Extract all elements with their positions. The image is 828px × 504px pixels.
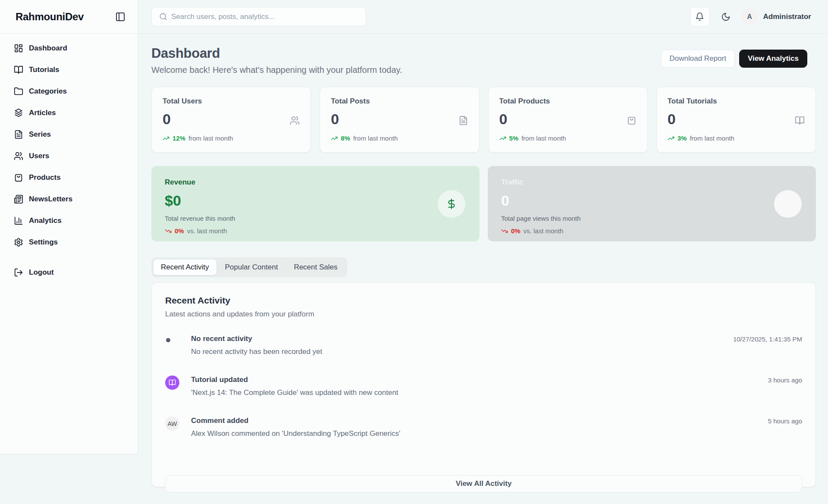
panel-left-icon <box>115 12 125 22</box>
sidebar-item-users[interactable]: Users <box>6 145 132 167</box>
stat-value: 0 <box>668 111 805 128</box>
book-open-icon <box>795 116 805 125</box>
page-head-actions: Download Report View Analytics <box>661 50 807 68</box>
stats-row: Total Users 0 12% from last month Total … <box>151 87 816 153</box>
trending-up-icon <box>668 135 674 142</box>
stat-card-total-products: Total Products 0 5% from last month <box>488 87 648 153</box>
download-report-button[interactable]: Download Report <box>661 50 735 68</box>
tab-recent-activity[interactable]: Recent Activity <box>154 260 216 275</box>
stat-value: 0 <box>331 111 468 128</box>
user-name: Administrator <box>763 13 811 21</box>
sidebar-item-series[interactable]: Series <box>6 124 132 145</box>
activity-item-description: Alex Wilson commented on 'Understanding … <box>191 429 759 438</box>
sidebar-item-label: Analytics <box>29 216 62 225</box>
traffic-description: Total page views this month <box>501 215 803 222</box>
sidebar-nav: Dashboard Tutorials Categories Articles … <box>0 34 138 283</box>
layers-icon <box>14 108 23 118</box>
stat-label: Total Tutorials <box>668 97 805 106</box>
book-open-icon <box>169 379 176 386</box>
revenue-label: Revenue <box>165 178 466 187</box>
brand-logo: RahmouniDev <box>16 11 84 23</box>
sidebar-item-label: Tutorials <box>29 66 60 74</box>
stat-change: 3% from last month <box>668 135 805 142</box>
stat-change-suffix: from last month <box>188 135 233 142</box>
activity-item-title: No recent activity <box>191 335 724 343</box>
main-column: A Administrator Dashboard Welcome back! … <box>138 0 828 504</box>
folder-icon <box>14 87 23 96</box>
revenue-icon-circle <box>438 190 465 218</box>
sidebar-item-settings[interactable]: Settings <box>6 232 132 253</box>
trending-down-icon <box>165 228 172 235</box>
traffic-value: 0 <box>501 192 803 209</box>
revenue-card: Revenue $0 Total revenue this month 0% v… <box>151 166 480 241</box>
file-text-icon <box>458 116 468 125</box>
traffic-icon-circle <box>774 190 802 218</box>
search-input[interactable] <box>171 13 358 21</box>
notifications-button[interactable] <box>690 7 710 27</box>
users-icon <box>290 116 300 125</box>
sidebar-item-label: Settings <box>29 238 58 247</box>
sidebar-item-articles[interactable]: Articles <box>6 102 132 124</box>
stat-change: 5% from last month <box>499 135 637 142</box>
sidebar-item-tutorials[interactable]: Tutorials <box>6 59 132 81</box>
search-box <box>151 7 366 26</box>
highlight-row: Revenue $0 Total revenue this month 0% v… <box>151 166 816 241</box>
tab-popular-content[interactable]: Popular Content <box>218 260 285 275</box>
stat-change-suffix: from last month <box>521 135 566 142</box>
view-all-activity-button[interactable]: View All Activity <box>165 475 802 492</box>
sidebar-item-analytics[interactable]: Analytics <box>6 210 132 232</box>
trending-up-icon <box>499 135 506 142</box>
view-analytics-button[interactable]: View Analytics <box>739 50 807 68</box>
user-initials-avatar: AW <box>165 416 179 431</box>
topbar-actions: A Administrator <box>690 7 811 27</box>
trending-up-icon <box>163 135 169 142</box>
stat-change: 12% from last month <box>163 135 300 142</box>
stat-card-total-users: Total Users 0 12% from last month <box>151 87 311 153</box>
sidebar-item-label: Articles <box>29 109 56 117</box>
theme-toggle-button[interactable] <box>721 12 731 22</box>
sidebar-item-newsletters[interactable]: NewsLetters <box>6 188 132 210</box>
activity-item-description: 'Next.js 14: The Complete Guide' was upd… <box>191 388 759 397</box>
revenue-value: $0 <box>165 192 466 209</box>
traffic-label: Traffic <box>501 178 803 187</box>
list-item: AW Comment added Alex Wilson commented o… <box>165 416 802 445</box>
stat-change-suffix: from last month <box>690 135 734 142</box>
sidebar: RahmouniDev Dashboard Tutorials Categori… <box>0 0 138 454</box>
trending-down-icon <box>501 228 508 235</box>
page-head: Dashboard Welcome back! Here's what's ha… <box>151 46 816 75</box>
activity-list: No recent activity No recent activity ha… <box>165 335 802 445</box>
bell-icon <box>695 12 704 21</box>
stat-change-pct: 12% <box>172 135 185 142</box>
newspaper-icon <box>14 194 23 204</box>
status-dot-icon <box>166 338 170 342</box>
activity-timestamp: 5 hours ago <box>768 417 802 425</box>
file-text-icon <box>14 130 23 139</box>
activity-avatar: AW <box>165 416 180 431</box>
stat-label: Total Products <box>499 97 637 106</box>
stat-change-pct: 3% <box>677 135 687 142</box>
revenue-change-pct: 0% <box>175 227 184 235</box>
sidebar-item-label: Users <box>29 152 49 160</box>
sidebar-item-label: Dashboard <box>29 44 67 53</box>
tab-recent-sales[interactable]: Recent Sales <box>286 260 345 275</box>
sidebar-item-logout[interactable]: Logout <box>6 262 132 283</box>
sidebar-toggle-button[interactable] <box>115 12 125 22</box>
trending-up-icon <box>331 135 338 142</box>
user-menu[interactable]: A Administrator <box>742 9 811 25</box>
page-subtitle: Welcome back! Here's what's happening wi… <box>151 65 402 75</box>
sidebar-item-dashboard[interactable]: Dashboard <box>6 38 132 59</box>
stat-label: Total Posts <box>331 97 468 106</box>
stat-value: 0 <box>163 111 300 128</box>
sidebar-item-products[interactable]: Products <box>6 167 132 188</box>
sidebar-item-categories[interactable]: Categories <box>6 81 132 102</box>
stat-card-total-posts: Total Posts 0 8% from last month <box>320 87 479 153</box>
activity-item-description: No recent activity has been recorded yet <box>191 347 724 356</box>
activity-text: Comment added Alex Wilson commented on '… <box>191 416 759 438</box>
tab-bar: Recent Activity Popular Content Recent S… <box>151 257 347 277</box>
page-head-text: Dashboard Welcome back! Here's what's ha… <box>151 46 402 75</box>
dollar-icon <box>446 198 457 210</box>
tutorial-avatar <box>165 376 179 390</box>
stat-change-pct: 8% <box>341 135 350 142</box>
activity-timestamp: 3 hours ago <box>768 376 802 384</box>
stat-change: 8% from last month <box>331 135 468 142</box>
